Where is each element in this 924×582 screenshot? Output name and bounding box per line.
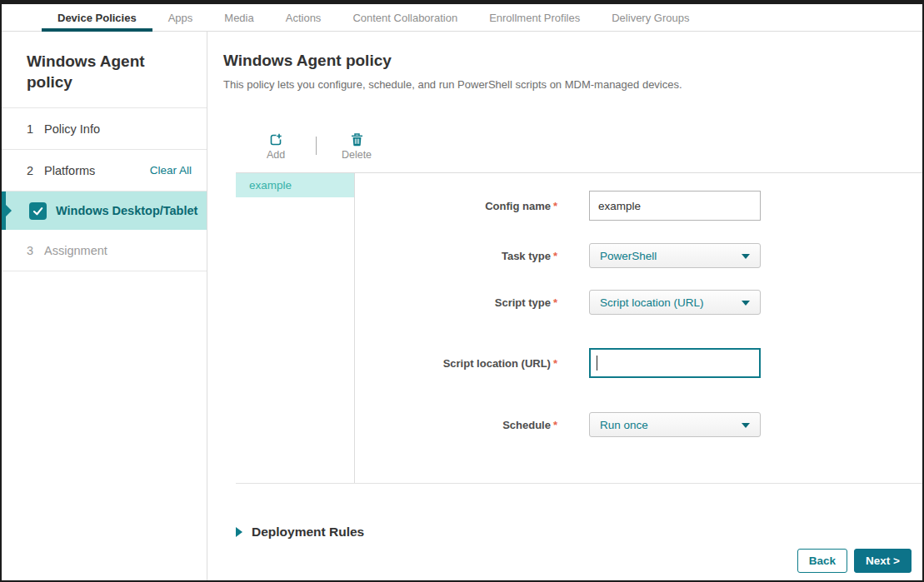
required-marker: * [553, 250, 557, 262]
tab-device-policies[interactable]: Device Policies [42, 4, 152, 31]
tab-actions[interactable]: Actions [270, 4, 337, 31]
sidebar-step-platforms[interactable]: 2 Platforms Clear All [2, 150, 207, 192]
add-icon [269, 133, 282, 147]
config-name-input[interactable] [589, 191, 761, 221]
task-type-select[interactable]: PowerShell [589, 243, 761, 268]
text-cursor [597, 356, 597, 371]
sidebar-step-policy-info[interactable]: 1 Policy Info [2, 108, 207, 150]
field-label: Config name* [236, 200, 589, 212]
top-nav: Device Policies Apps Media Actions Conte… [2, 4, 922, 32]
wizard-sidebar: Windows Agent policy 1 Policy Info 2 Pla… [2, 32, 207, 580]
add-button[interactable]: Add [257, 133, 294, 161]
page-description: This policy lets you configure, schedule… [223, 78, 682, 91]
field-label: Script type* [236, 296, 589, 309]
back-button[interactable]: Back [797, 549, 847, 573]
script-location-input-wrap [589, 348, 761, 378]
tab-media[interactable]: Media [208, 4, 269, 31]
expand-triangle-icon [236, 527, 242, 537]
page-title: Windows Agent policy [223, 52, 392, 70]
tab-content-collaboration[interactable]: Content Collaboration [337, 4, 473, 31]
app-window: Device Policies Apps Media Actions Conte… [0, 0, 924, 582]
selected-platform-arrow-icon [2, 192, 6, 230]
step-number: 1 [27, 122, 33, 136]
toolbar-divider [316, 137, 317, 155]
main-content: Windows Agent policy This policy lets yo… [208, 32, 922, 580]
step-label: Assignment [44, 244, 107, 257]
next-button[interactable]: Next > [854, 549, 912, 573]
tab-enrollment-profiles[interactable]: Enrollment Profiles [473, 4, 596, 31]
step-label: Platforms [44, 164, 95, 177]
delete-button[interactable]: Delete [338, 133, 375, 161]
platform-checkbox[interactable] [29, 202, 47, 220]
tab-delivery-groups[interactable]: Delivery Groups [596, 4, 705, 31]
schedule-select[interactable]: Run once [589, 412, 761, 437]
sidebar-policy-title: Windows Agent policy [2, 32, 207, 108]
field-label-text: Config name [485, 200, 551, 212]
field-label-text: Script location (URL) [443, 357, 551, 370]
field-label-text: Schedule [502, 419, 551, 431]
required-marker: * [553, 200, 557, 212]
script-location-input[interactable] [589, 348, 761, 378]
deployment-rules-toggle[interactable]: Deployment Rules [236, 525, 364, 540]
form-row-task-type: Task type* PowerShell [236, 243, 922, 268]
form-row-config-name: Config name* [236, 191, 922, 221]
script-type-select[interactable]: Script location (URL) [589, 290, 761, 315]
form-row-script-type: Script type* Script location (URL) [236, 290, 922, 315]
add-button-label: Add [267, 149, 285, 161]
selected-option: Run once [600, 419, 648, 431]
field-label: Schedule* [236, 419, 589, 431]
step-number: 2 [27, 164, 33, 177]
config-panel: example Config name* Task type* PowerShe… [236, 172, 922, 484]
sidebar-step-assignment[interactable]: 3 Assignment [2, 230, 207, 271]
caret-down-icon [742, 301, 750, 306]
field-label-text: Task type [502, 250, 551, 262]
step-label: Policy Info [44, 122, 100, 136]
field-label: Task type* [236, 250, 589, 262]
selected-option: PowerShell [600, 250, 657, 262]
required-marker: * [553, 419, 557, 431]
platform-label: Windows Desktop/Tablet [56, 204, 197, 217]
delete-button-label: Delete [342, 149, 372, 161]
form-row-script-location: Script location (URL)* [236, 348, 922, 378]
tab-apps[interactable]: Apps [152, 4, 209, 31]
form-row-schedule: Schedule* Run once [236, 412, 922, 437]
delete-icon [351, 133, 363, 147]
deployment-rules-label: Deployment Rules [252, 525, 364, 540]
step-number: 3 [27, 244, 33, 257]
required-marker: * [553, 357, 557, 370]
wizard-footer: Back Next > [797, 549, 912, 573]
clear-all-link[interactable]: Clear All [150, 164, 192, 177]
selected-option: Script location (URL) [600, 296, 704, 309]
field-label-text: Script type [495, 296, 551, 309]
caret-down-icon [742, 254, 750, 259]
sidebar-platform-windows-desktop-tablet[interactable]: Windows Desktop/Tablet [2, 192, 207, 230]
config-toolbar: Add Delete [257, 133, 375, 161]
required-marker: * [553, 296, 557, 309]
caret-down-icon [742, 423, 750, 428]
field-label: Script location (URL)* [236, 357, 589, 370]
checkmark-icon [32, 205, 44, 217]
